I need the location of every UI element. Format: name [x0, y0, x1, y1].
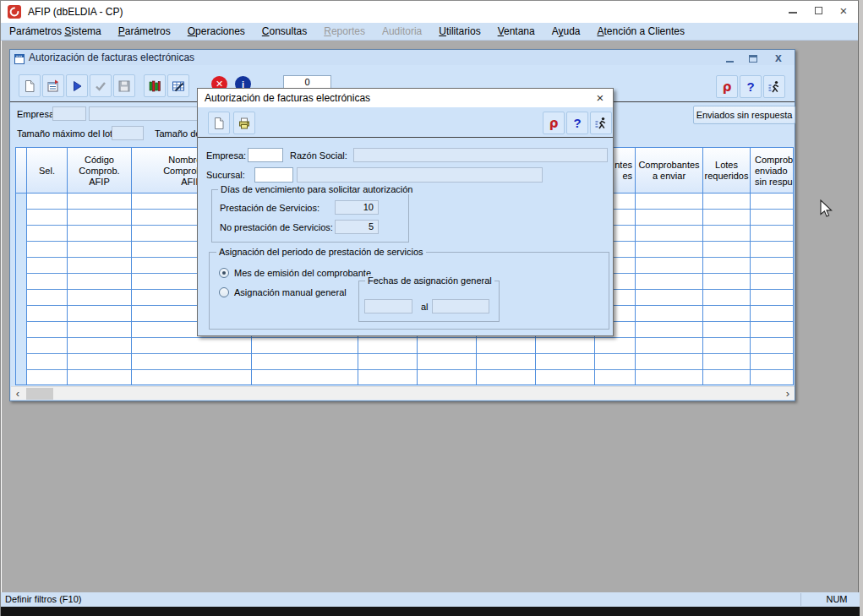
horizontal-scrollbar[interactable]: ‹ ›: [11, 386, 795, 400]
tamano-maximo-label: Tamaño máximo del lote:: [17, 128, 120, 139]
dialog-new-button[interactable]: [208, 112, 230, 134]
child-close-button[interactable]: x: [767, 51, 789, 64]
column-header: Comprobaenviadosin respue: [751, 148, 794, 194]
runner-icon: [593, 116, 609, 131]
dialog-quick-exit-button[interactable]: [590, 112, 612, 134]
empresa-code-field: [52, 106, 86, 121]
confirm-icon: [93, 79, 108, 94]
app-logo-icon: [8, 5, 21, 19]
table-row[interactable]: [16, 338, 793, 354]
no-prestacion-label: No prestación de Servicios:: [220, 222, 333, 232]
table-row[interactable]: [16, 370, 793, 385]
dialog-sucursal-name-field: [297, 167, 543, 183]
radio-mes-emision[interactable]: [219, 268, 229, 278]
menu-operaciones[interactable]: Operaciones: [179, 23, 254, 41]
help-button[interactable]: ?: [740, 75, 762, 98]
child-maximize-button[interactable]: [742, 51, 764, 64]
column-header: CódigoComprob.AFIP: [68, 148, 131, 194]
dialog-help-button[interactable]: ?: [566, 112, 588, 134]
menu-ventana[interactable]: Ventana: [489, 23, 543, 41]
maximize-icon: [749, 55, 757, 63]
radio-manual-label[interactable]: Asignación manual general: [234, 287, 347, 297]
fecha-desde-field: [364, 299, 412, 313]
save-button[interactable]: [113, 74, 135, 97]
run-icon: [69, 79, 85, 94]
main-window-title: AFIP (dbELDIA - CP): [28, 6, 123, 18]
menu-bar: Parámetros SistemaParámetrosOperacionesC…: [1, 23, 858, 41]
exit-rho-icon: ρ: [549, 116, 559, 131]
dialog-empresa-field[interactable]: [248, 148, 283, 162]
status-separator: [800, 593, 801, 606]
main-window: AFIP (dbELDIA - CP) × Parámetros Sistema…: [0, 0, 859, 616]
minimize-button[interactable]: [780, 1, 806, 21]
properties-icon: [46, 79, 61, 94]
dialog-empresa-label: Empresa:: [206, 150, 246, 161]
maximize-button[interactable]: [806, 1, 831, 21]
dialog-toolbar-separator: [198, 137, 613, 138]
columns-icon: [147, 79, 162, 94]
window-bottom-edge: [1, 607, 860, 616]
child-window-title: Autorización de facturas electrónicas: [29, 52, 194, 63]
dialog-print-button[interactable]: [233, 112, 255, 134]
table-row[interactable]: [16, 354, 793, 370]
help-icon: ?: [573, 116, 581, 130]
menu-consultas[interactable]: Consultas: [254, 23, 315, 41]
menu-par-metros[interactable]: Parámetros: [110, 23, 179, 41]
dialog-titlebar: Autorización de facturas electrónicas ×: [198, 89, 613, 107]
close-button[interactable]: ×: [831, 1, 856, 21]
prestacion-field: 10: [335, 200, 379, 215]
status-message: Definir filtros (F10): [5, 594, 81, 604]
new-document-icon: [22, 79, 37, 94]
dialog-close-button[interactable]: ×: [593, 90, 608, 106]
scroll-left-icon[interactable]: ‹: [11, 387, 25, 401]
menu-atenci-n-a-clientes[interactable]: Atención a Clientes: [589, 23, 693, 41]
exit-rho-icon: ρ: [723, 79, 732, 95]
dialog-sucursal-field[interactable]: [254, 167, 293, 183]
scroll-right-icon[interactable]: ›: [781, 387, 795, 401]
main-titlebar: AFIP (dbELDIA - CP) ×: [1, 1, 858, 23]
vencimiento-group-title: Días de vencimiento para solicitar autor…: [218, 184, 415, 194]
new-button[interactable]: [19, 74, 41, 97]
asignacion-group-title: Asignación del periodo de prestación de …: [216, 247, 426, 257]
radio-mes-label[interactable]: Mes de emisión del comprobante: [234, 268, 371, 278]
vencimiento-groupbox: [211, 189, 409, 243]
minimize-icon: [789, 12, 797, 14]
dialog-window: Autorización de facturas electrónicas × …: [197, 88, 614, 336]
mouse-cursor: [820, 199, 833, 218]
menu-par-metros-sistema[interactable]: Parámetros Sistema: [1, 23, 110, 41]
maximize-icon: [815, 7, 822, 14]
quick-exit-button[interactable]: [763, 75, 785, 98]
grid-edit-button[interactable]: [167, 74, 189, 97]
column-header: Comprobantesa enviar: [636, 148, 702, 194]
confirm-button[interactable]: [90, 74, 112, 97]
dialog-title: Autorización de facturas electrónicas: [205, 92, 370, 104]
mdi-area: Autorización de facturas electrónicas x: [2, 41, 858, 592]
child-minimize-button[interactable]: [718, 51, 740, 64]
tamano-maximo-field: [112, 126, 144, 140]
menu-ayuda[interactable]: Ayuda: [543, 23, 589, 41]
column-header: [17, 148, 26, 194]
columns-button[interactable]: [144, 74, 166, 97]
properties-button[interactable]: [42, 74, 64, 97]
print-icon: [237, 116, 252, 131]
empresa-label: Empresa:: [17, 109, 57, 119]
dialog-exit-button[interactable]: ρ: [543, 112, 565, 134]
menu-reportes: Reportes: [315, 23, 374, 41]
menu-utilitarios[interactable]: Utilitarios: [430, 23, 489, 41]
fecha-hasta-field: [432, 299, 489, 313]
dialog-sucursal-label: Sucursal:: [206, 170, 245, 180]
runner-icon: [767, 79, 782, 95]
run-button[interactable]: [66, 74, 88, 97]
dialog-razon-label: Razón Social:: [290, 150, 347, 161]
radio-asignacion-manual[interactable]: [219, 287, 229, 297]
column-header: Lotesrequeridos: [703, 148, 750, 194]
menu-auditoria: Auditoria: [374, 23, 430, 41]
exit-button[interactable]: ρ: [716, 75, 738, 98]
new-document-icon: [211, 116, 227, 131]
close-icon: ×: [840, 3, 848, 18]
scrollbar-thumb[interactable]: [26, 388, 53, 400]
no-prestacion-field: 5: [335, 220, 379, 234]
enviados-sin-respuesta-button[interactable]: Enviados sin respuesta: [693, 106, 795, 124]
prestacion-label: Prestación de Servicios:: [220, 203, 320, 213]
minimize-icon: [726, 61, 734, 63]
